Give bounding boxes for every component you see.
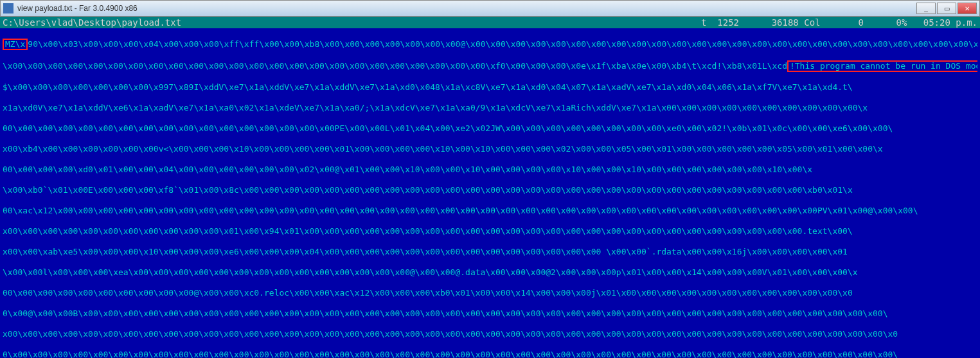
file-content[interactable]: MZ\x90\x00\x03\x00\x00\x00\x04\x00\x00\x… [0, 28, 980, 358]
content-line: \x00\x00l\x00\x00\x00\xea\x00\x00\x00\x0… [3, 267, 977, 278]
window-titlebar: view payload.txt - Far 3.0.4900 x86 _ ▭ … [0, 0, 980, 17]
content-line: x00\x00\x00\x00\x00\x00\x00\x00\x00\x00\… [3, 226, 977, 237]
minimize-button[interactable]: _ [916, 3, 936, 14]
percent: 0% [896, 17, 907, 28]
maximize-button[interactable]: ▭ [937, 3, 956, 14]
content-line: x00\xb4\x00\x00\x00\x00\x00\x00v<\x00\x0… [3, 144, 977, 154]
content-line: 00\x00\x00\x00\xd0\x01\x00\x00\x04\x00\x… [3, 165, 977, 175]
highlight-mz: MZ\x [3, 39, 28, 50]
content-line: $\x00\x00\x00\x00\x00\x00\x00\x997\x89I\… [3, 82, 977, 93]
content-line: x00\x00\xab\xe5\x00\x00\x00\x10\x00\x00\… [3, 247, 977, 257]
content-line: x00\x00\x00\x00\x00\x00\x00\x00\x00\x00\… [3, 329, 977, 339]
window-title: view payload.txt - Far 3.0.4900 x86 [17, 4, 916, 13]
time: 05:20 p.m. [923, 17, 977, 28]
content-line: 0\x00\x00\x00\x00\x00\x00\x00\x00\x00\x0… [3, 350, 977, 358]
close-button[interactable]: ✕ [958, 3, 977, 14]
content-line: 00\xac\x12\x00\x00\x00\x00\x00\x00\x00\x… [3, 206, 977, 216]
app-icon [3, 3, 13, 13]
highlight-dos: !This program cannot be run in DOS mode. [787, 60, 977, 72]
content-line: MZ\x90\x00\x03\x00\x00\x00\x04\x00\x00\x… [3, 39, 977, 50]
file-size: 36188 [772, 17, 799, 28]
status-bar: C:\Users\vlad\Desktop\payload.txt t 1252… [0, 17, 980, 28]
content-line: x1a\xd0V\xe7\x1a\xddV\xe6\x1a\xadV\xe7\x… [3, 103, 977, 113]
content-line: 0\x00@\x00\x00B\x00\x00\x00\x00\x00\x00\… [3, 309, 977, 319]
encoding-label: t [701, 17, 706, 28]
content-line: \x00\xb0`\x01\x00E\x00\x00\x00\xf8`\x01\… [3, 185, 977, 195]
content-line: 00\x00\x00\x00\x00\x00\x00\x00\x00\x00@\… [3, 288, 977, 298]
col-label: Col [804, 17, 820, 28]
content-line: 00\x00\x00\x00\x00\x00\x00\x00\x00\x00\x… [3, 123, 977, 134]
window-buttons: _ ▭ ✕ [916, 3, 977, 14]
content-line: \x00\x00\x00\x00\x00\x00\x00\x00\x00\x00… [3, 60, 977, 72]
encoding-value: 1252 [717, 17, 739, 28]
col-value: 0 [859, 17, 864, 28]
file-path: C:\Users\vlad\Desktop\payload.txt [3, 17, 701, 28]
